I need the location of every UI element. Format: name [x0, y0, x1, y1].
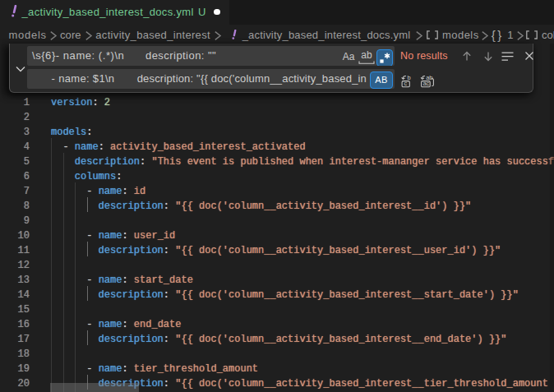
svg-text:c: c — [404, 80, 408, 87]
svg-text:b: b — [408, 75, 411, 81]
svg-text:ac: ac — [422, 80, 429, 87]
